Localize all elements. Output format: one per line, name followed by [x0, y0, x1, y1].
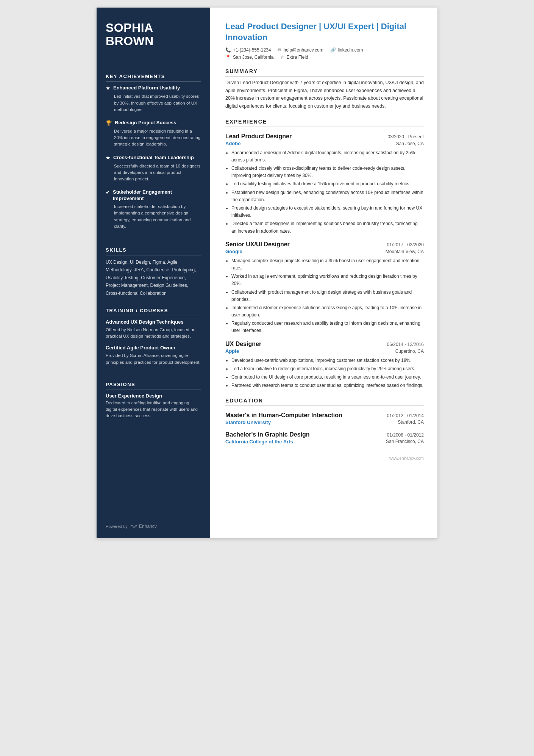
education-list: Master's in Human-Computer Interaction 0… [225, 412, 424, 445]
enhancv-icon [130, 524, 137, 529]
experience-bullet: Managed complex design projects resultin… [231, 257, 424, 272]
achievement-header: ★ Cross-functional Team Leadership [106, 155, 201, 161]
passions-section-title: PASSIONS [106, 382, 201, 390]
passions-list: User Experience Design Dedicated to craf… [106, 393, 201, 425]
exp-company: Google [225, 249, 242, 254]
experience-list: Lead Product Designer 03/2020 - Present … [225, 133, 424, 390]
experience-bullet: Collaborated with product management to … [231, 289, 424, 303]
training-list: Advanced UX Design Techniques Offered by… [106, 319, 201, 371]
training-section-title: TRAINING / COURSES [106, 308, 201, 316]
edu-header: Master's in Human-Computer Interaction 0… [225, 412, 424, 419]
exp-job-title: Senior UX/UI Designer [225, 241, 290, 248]
edu-date: 01/2008 - 01/2012 [387, 432, 424, 438]
passion-title: User Experience Design [106, 393, 201, 399]
experience-bullet: Presented design strategies to executive… [231, 205, 424, 219]
training-desc: Provided by Scrum Alliance, covering agi… [106, 352, 201, 366]
extra-field-text: Extra Field [286, 55, 308, 60]
achievement-header: ✔ Stakeholder Engagement Improvement [106, 189, 201, 202]
sidebar-footer: Powered by Enhancv [106, 512, 201, 529]
experience-bullet: Spearheaded a redesign of Adobe's digita… [231, 149, 424, 164]
contact-row-1: 📞 +1-(234)-555-1234 ✉ help@enhancv.com 🔗… [225, 47, 424, 53]
experience-bullet: Implemented customer experience solution… [231, 304, 424, 319]
education-item: Master's in Human-Computer Interaction 0… [225, 412, 424, 425]
training-item: Advanced UX Design Techniques Offered by… [106, 319, 201, 340]
achievement-desc: Delivered a major redesign resulting in … [106, 128, 201, 148]
achievement-header: ★ Enhanced Platform Usability [106, 85, 201, 92]
passion-item: User Experience Design Dedicated to craf… [106, 393, 201, 419]
edu-header: Bachelor's in Graphic Design 01/2008 - 0… [225, 431, 424, 438]
passion-desc: Dedicated to crafting intuitive and enga… [106, 400, 201, 419]
experience-bullet: Led usability testing initiatives that d… [231, 180, 424, 188]
edu-location: Stanford, CA [398, 419, 424, 425]
experience-bullet: Partnered with research teams to conduct… [231, 382, 424, 389]
experience-bullet: Directed a team of designers in implemen… [231, 220, 424, 235]
achievement-title: Redesign Project Success [115, 120, 176, 126]
experience-bullet: Worked in an agile environment, optimizi… [231, 273, 424, 287]
website-contact: 🔗 linkedin.com [330, 47, 363, 53]
achievement-icon: ✔ [106, 189, 110, 196]
exp-header: Lead Product Designer 03/2020 - Present [225, 133, 424, 140]
summary-section-title: SUMMARY [225, 68, 424, 77]
location-contact: 📍 San Jose, California [225, 55, 273, 60]
edu-date: 01/2012 - 01/2014 [387, 413, 424, 418]
star-icon: ☆ [280, 55, 284, 60]
phone-contact: 📞 +1-(234)-555-1234 [225, 47, 271, 53]
exp-company-row: Apple Cupertino, CA [225, 348, 424, 354]
extra-contact: ☆ Extra Field [280, 55, 308, 60]
edu-degree: Bachelor's in Graphic Design [225, 431, 310, 438]
last-name: BROWN [106, 34, 154, 48]
exp-location: Mountain View, CA [386, 249, 424, 254]
experience-item: Senior UX/UI Designer 01/2017 - 02/2020 … [225, 241, 424, 335]
email-contact: ✉ help@enhancv.com [278, 47, 323, 53]
achievements-section-title: KEY ACHIEVEMENTS [106, 74, 201, 82]
exp-company-row: Google Mountain View, CA [225, 249, 424, 254]
experience-section-title: EXPERIENCE [225, 119, 424, 127]
exp-date: 06/2014 - 12/2016 [387, 342, 424, 347]
powered-by-text: Powered by [106, 524, 128, 529]
experience-item: UX Designer 06/2014 - 12/2016 Apple Cupe… [225, 341, 424, 390]
edu-school-row: Stanford University Stanford, CA [225, 419, 424, 425]
achievement-icon: ★ [106, 85, 110, 92]
first-name: SOPHIA [106, 21, 153, 34]
exp-company-row: Adobe San Jose, CA [225, 141, 424, 146]
achievement-icon: 🏆 [106, 120, 112, 127]
website-url: linkedin.com [338, 47, 363, 53]
experience-bullet: Developed user-centric web applications,… [231, 357, 424, 364]
exp-company: Apple [225, 348, 239, 354]
achievement-item: ★ Cross-functional Team Leadership Succe… [106, 155, 201, 183]
main-content: Lead Product Designer | UX/UI Expert | D… [210, 8, 437, 538]
education-item: Bachelor's in Graphic Design 01/2008 - 0… [225, 431, 424, 445]
main-footer: www.enhancv.com [225, 445, 424, 460]
achievement-header: 🏆 Redesign Project Success [106, 120, 201, 127]
exp-company: Adobe [225, 141, 240, 146]
experience-bullet: Established new design guidelines, enhan… [231, 189, 424, 203]
skills-section-title: SKILLS [106, 247, 201, 255]
brand-name: Enhancv [139, 524, 157, 529]
job-title: Lead Product Designer | UX/UI Expert | D… [225, 21, 424, 43]
experience-bullet: Led a team initiative to redesign intern… [231, 365, 424, 373]
phone-number: +1-(234)-555-1234 [233, 47, 271, 53]
training-desc: Offered by Nielsen Norman Group, focused… [106, 327, 201, 340]
exp-date: 03/2020 - Present [388, 134, 424, 139]
achievement-item: 🏆 Redesign Project Success Delivered a m… [106, 120, 201, 148]
location-icon: 📍 [225, 55, 231, 60]
footer-website: www.enhancv.com [389, 456, 424, 460]
person-name: SOPHIA BROWN [106, 21, 201, 48]
exp-bullets: Spearheaded a redesign of Adobe's digita… [225, 149, 424, 235]
achievement-title: Enhanced Platform Usability [113, 85, 180, 91]
exp-header: Senior UX/UI Designer 01/2017 - 02/2020 [225, 241, 424, 248]
training-item: Certified Agile Product Owner Provided b… [106, 345, 201, 365]
experience-bullet: Collaborated closely with cross-discipli… [231, 165, 424, 179]
achievement-desc: Increased stakeholder satisfaction by im… [106, 203, 201, 230]
edu-school: Stanford University [225, 419, 271, 425]
city-text: San Jose, California [233, 55, 273, 60]
phone-icon: 📞 [225, 47, 231, 53]
achievement-icon: ★ [106, 155, 110, 161]
exp-header: UX Designer 06/2014 - 12/2016 [225, 341, 424, 347]
edu-school-row: California College of the Arts San Franc… [225, 439, 424, 445]
exp-location: Cupertino, CA [395, 349, 424, 354]
skills-text: UX Design, UI Design, Figma, Agile Metho… [106, 258, 201, 297]
exp-bullets: Developed user-centric web applications,… [225, 357, 424, 390]
achievement-item: ✔ Stakeholder Engagement Improvement Inc… [106, 189, 201, 230]
exp-job-title: Lead Product Designer [225, 133, 292, 140]
